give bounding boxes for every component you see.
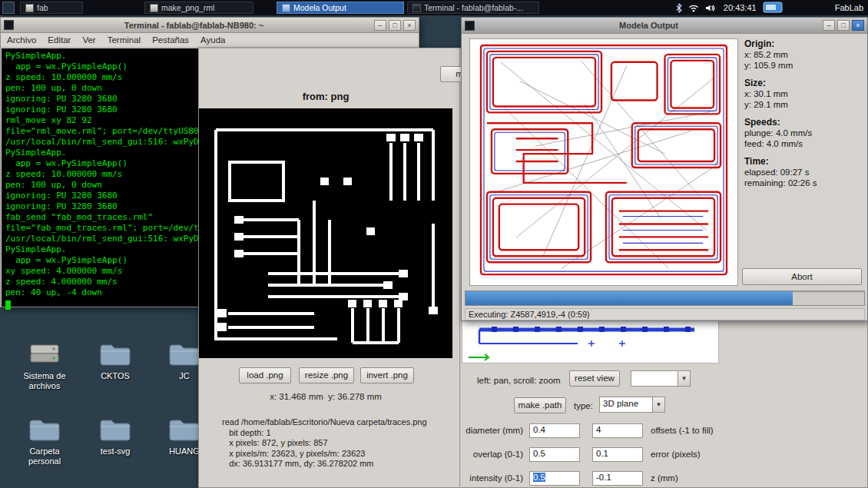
folder-icon <box>98 415 133 444</box>
terminal-title: Terminal - fablab@fablab-NB980: ~ <box>16 21 372 30</box>
desktop-icon-label: Sistema de archivos <box>14 371 75 390</box>
modela-output-window: Modela Output – □ × <box>461 17 868 321</box>
type-select[interactable]: 3D plane ▾ <box>599 397 665 413</box>
desktop-icon-test-svg[interactable]: test-svg <box>84 415 146 456</box>
offsets-value: 4 <box>596 425 601 434</box>
terminal-app-icon <box>4 20 14 30</box>
resize-png-button[interactable]: resize .png <box>299 367 354 383</box>
make-path-button[interactable]: make .path <box>514 397 566 413</box>
origin-x: x: 85.2 mm <box>744 49 866 60</box>
overlap-label: overlap (0-1) <box>420 450 523 459</box>
close-icon[interactable]: × <box>403 20 416 31</box>
make-png-rml-app-icon <box>150 4 158 12</box>
folder-icon <box>27 415 62 444</box>
diameter-value: 0.4 <box>533 425 545 434</box>
modela-titlebar[interactable]: Modela Output – □ × <box>462 18 867 34</box>
type-select-value: 3D plane <box>599 397 652 413</box>
pan-zoom-hint: left: pan, scroll: zoom <box>477 376 561 385</box>
size-y: y: 29.1 mm <box>744 99 866 110</box>
desktop-icon-label: Carpeta personal <box>14 447 75 466</box>
taskbar-button-label: Modela Output <box>293 3 346 12</box>
taskbar-button-make-png-rml[interactable]: make_png_rml <box>144 2 253 14</box>
wifi-icon[interactable] <box>688 4 699 12</box>
terminal-app-icon <box>412 4 421 12</box>
maximize-icon[interactable]: □ <box>389 20 401 31</box>
modela-app-icon <box>282 4 290 12</box>
plunge-speed: plunge: 4.0 mm/s <box>744 128 866 138</box>
drive-icon <box>27 340 62 369</box>
remaining-time: remaining: 02:26 s <box>744 178 866 188</box>
maximize-icon[interactable]: □ <box>837 20 850 31</box>
clock[interactable]: 20:43:41 <box>724 3 757 12</box>
png-info-line: dx: 36.913177 mm, dy: 36.278202 mm <box>222 459 460 470</box>
error-label: error (pixels) <box>651 450 701 459</box>
diameter-input[interactable]: 0.4 <box>529 423 580 438</box>
close-icon[interactable]: × <box>852 20 864 31</box>
overlap-input[interactable]: 0.5 <box>529 447 580 462</box>
desktop-icon-label: JC <box>179 371 189 381</box>
png-info-line: x pixels: 872, y pixels: 857 <box>222 438 460 449</box>
desktop-icon-sistema-de-archivos[interactable]: Sistema de archivos <box>14 340 75 390</box>
pcb-traces-art <box>199 108 452 358</box>
menu-terminal[interactable]: Terminal <box>108 35 141 45</box>
invert-png-button[interactable]: invert .png <box>360 367 414 383</box>
taskbar-button-terminal[interactable]: Terminal - fablab@fablab-... <box>407 2 539 14</box>
desktop-icon-carpeta-personal[interactable]: Carpeta personal <box>14 415 75 466</box>
terminal-cursor <box>5 300 11 310</box>
intensity-label: intensity (0-1) <box>420 473 523 483</box>
menu-ayuda[interactable]: Ayuda <box>200 35 225 45</box>
size-heading: Size: <box>744 78 866 88</box>
time-heading: Time: <box>744 156 866 167</box>
z-label: z (mm) <box>651 473 678 483</box>
desktop-icon-label: CKTOS <box>101 371 130 381</box>
error-value: 0.1 <box>596 449 608 458</box>
bluetooth-icon[interactable] <box>676 3 682 13</box>
modela-info-panel: Origin: x: 85.2 mm y: 105.9 mm Size: x: … <box>744 38 866 188</box>
folder-icon <box>98 340 133 369</box>
error-input[interactable]: 0.1 <box>592 447 643 462</box>
z-value: -0.1 <box>596 473 611 482</box>
workspace-label[interactable]: FabLab <box>835 3 863 12</box>
minimize-icon[interactable]: – <box>374 20 386 31</box>
taskbar-button-fab[interactable]: fab <box>20 2 83 14</box>
menu-ver[interactable]: Ver <box>82 35 95 45</box>
origin-y: y: 105.9 mm <box>744 60 866 71</box>
abort-button[interactable]: Abort <box>742 268 862 285</box>
taskbar-button-modela-output[interactable]: Modela Output <box>277 2 404 14</box>
intensity-input[interactable]: 0.5 <box>529 471 580 486</box>
desktop: Sistema de archivos CKTOS JC Carpeta per… <box>0 0 868 488</box>
chevron-down-icon[interactable]: ▾ <box>652 397 665 413</box>
status-text: Executing: Z4587,4919,-4 (0:59) <box>465 308 865 320</box>
terminal-titlebar[interactable]: Terminal - fablab@fablab-NB980: ~ – □ × <box>1 18 419 33</box>
folder-icon <box>167 340 202 369</box>
toolpath-art <box>470 39 737 285</box>
overlap-value: 0.5 <box>533 449 545 458</box>
type-label: type: <box>574 401 593 410</box>
volume-icon[interactable] <box>705 4 716 12</box>
folder-icon <box>167 415 202 444</box>
taskbar-button-label: Terminal - fablab@fablab-... <box>424 3 523 12</box>
chevron-down-icon[interactable]: ▾ <box>678 370 691 387</box>
z-input[interactable]: -0.1 <box>592 471 643 486</box>
menu-pestanas[interactable]: Pestañas <box>152 35 189 45</box>
diameter-label: diameter (mm) <box>420 426 523 435</box>
offsets-input[interactable]: 4 <box>592 423 643 438</box>
view-select[interactable]: ▾ <box>631 370 691 387</box>
size-x: x: 30.1 mm <box>744 88 866 99</box>
desktop-icon-label: test-svg <box>101 447 131 456</box>
display-notification-icon[interactable] <box>763 2 783 14</box>
fab-app-icon <box>25 4 34 12</box>
path-view-partial[interactable] <box>462 318 719 364</box>
launcher-icon[interactable] <box>2 2 15 14</box>
reset-view-button[interactable]: reset view <box>569 370 620 387</box>
from-png-heading: from: png <box>199 91 452 102</box>
feed-speed: feed: 4.0 mm/s <box>744 138 866 149</box>
menu-archivo[interactable]: Archivo <box>7 35 36 45</box>
cursor-coordinates: x: 31.468 mm y: 36.278 mm <box>199 392 452 401</box>
system-tray: 20:43:41 FabLab <box>670 0 868 15</box>
toolpath-preview-art <box>462 319 718 363</box>
load-png-button[interactable]: load .png <box>239 367 291 383</box>
desktop-icon-cktos[interactable]: CKTOS <box>84 340 146 381</box>
menu-editar[interactable]: Editar <box>48 35 71 45</box>
minimize-icon[interactable]: – <box>823 20 835 31</box>
